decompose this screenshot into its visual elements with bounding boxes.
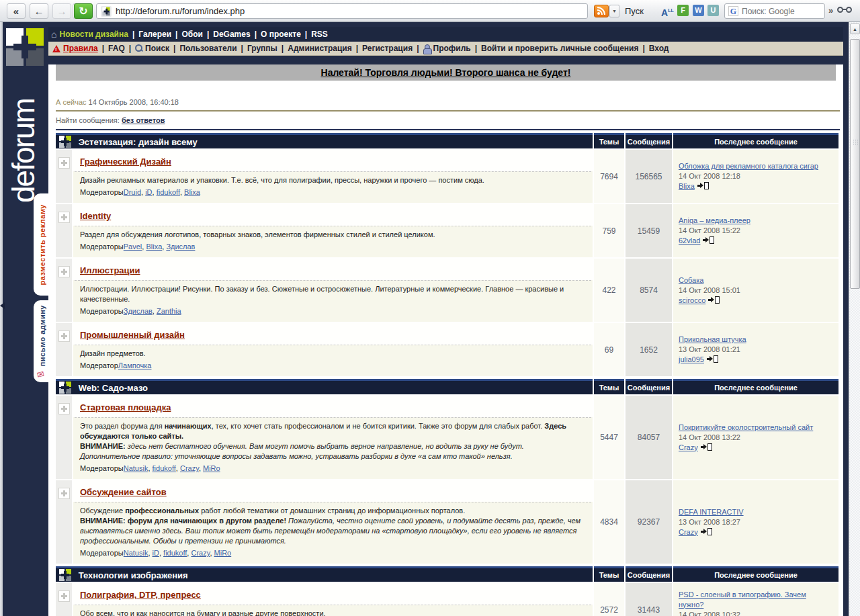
forum-link[interactable]: Стартовая площадка <box>80 402 171 412</box>
nav-item-6[interactable]: RSS <box>311 30 328 39</box>
moderator-link[interactable]: MiRo <box>214 549 232 557</box>
moderator-link[interactable]: Лампочка <box>118 361 152 369</box>
banner-link[interactable]: Налетай! Торговля людьми! Второго шанса … <box>321 67 571 78</box>
last-post-link[interactable]: Обложка для рекламного каталога сигар <box>679 162 818 170</box>
bookmark-f-icon[interactable]: F <box>677 5 689 16</box>
column-header-topics: Темы <box>594 133 624 148</box>
moderator-link[interactable]: fidukoff <box>153 464 176 472</box>
goto-last-post-icon[interactable] <box>697 182 709 189</box>
start-button[interactable]: Пуск <box>625 6 644 16</box>
nav-item-1[interactable]: Новости дизайна <box>59 30 128 39</box>
moderator-link[interactable]: Pavel <box>124 243 142 251</box>
last-post-link[interactable]: DEFA INTERACTIV <box>679 508 744 516</box>
refresh-button[interactable]: ↻ <box>74 3 93 19</box>
search-box[interactable]: G <box>724 3 825 19</box>
moderator-link[interactable]: Blixa <box>146 243 162 251</box>
forum-link[interactable]: Identity <box>80 211 111 221</box>
scrollbar-thumb[interactable] <box>850 39 860 289</box>
current-datetime: 14 Октябрь 2008, 16:40:18 <box>89 98 179 106</box>
menu-item-2[interactable]: FAQ <box>108 44 125 53</box>
last-post-user[interactable]: julia095 <box>679 355 704 363</box>
column-header-posts: Сообщения <box>626 379 672 394</box>
moderator-link[interactable]: iD <box>153 549 159 557</box>
unanswered-link[interactable]: без ответов <box>122 116 165 124</box>
forum-link[interactable]: Графический Дизайн <box>80 157 171 167</box>
back-all-button[interactable]: « <box>7 3 26 19</box>
url-input[interactable] <box>116 6 519 16</box>
moderator-link[interactable]: Blixa <box>184 188 200 196</box>
topics-count: 69 <box>594 323 624 376</box>
moderator-link[interactable]: Crazy <box>180 464 199 472</box>
moderator-link[interactable]: Natusik <box>124 549 148 557</box>
tab-mail-admin[interactable]: письмо админу ✉ <box>34 300 50 382</box>
moderator-link[interactable]: MiRo <box>203 464 220 472</box>
search-input[interactable] <box>742 7 816 16</box>
last-post-user[interactable]: Crazy <box>679 528 698 536</box>
rss-icon[interactable] <box>594 5 609 17</box>
goto-last-post-icon[interactable] <box>707 355 718 363</box>
last-post-link[interactable]: Прикольная штучка <box>679 335 746 343</box>
last-post-link[interactable]: Собака <box>679 276 703 284</box>
goto-last-post-icon[interactable] <box>701 528 712 535</box>
menu-item-9[interactable]: Войти и проверить личные сообщения <box>481 44 638 53</box>
moderator-link[interactable]: fidukoff <box>157 188 180 196</box>
separator: | <box>475 44 477 53</box>
tab-place-ads-label: разместить рекламу <box>38 204 46 285</box>
address-bar[interactable] <box>96 3 588 19</box>
tab-place-ads[interactable]: разместить рекламу <box>34 193 50 296</box>
forum-link[interactable]: Полиграфия, DTP, препресс <box>80 590 201 600</box>
goto-last-post-icon[interactable] <box>703 236 714 244</box>
posts-count: 92367 <box>626 480 672 564</box>
menu-item-6[interactable]: Администрация <box>288 44 351 53</box>
rss-dropdown-arrow[interactable]: ▼ <box>609 5 619 17</box>
last-post-link[interactable]: PSD - слоеный в типографию. Зачем нужно? <box>679 590 806 609</box>
last-post-link[interactable]: Aniqa – медиа-плеер <box>679 216 750 224</box>
moderator-link[interactable]: Natusik <box>124 464 148 472</box>
translate-icon[interactable]: ALL <box>661 5 673 16</box>
forward-button[interactable]: → <box>52 3 71 19</box>
nav-item-4[interactable]: DeGames <box>213 30 250 39</box>
menu-item-7[interactable]: Регистрация <box>362 44 413 53</box>
moderator-link[interactable]: fidukoff <box>163 549 187 557</box>
moderator-link[interactable]: Здислав <box>124 307 153 315</box>
moderator-link[interactable]: Здислав <box>166 243 195 251</box>
last-post-user[interactable]: 62vlad <box>679 236 700 245</box>
goto-last-post-icon[interactable] <box>701 443 712 451</box>
nav-item-2[interactable]: Галереи <box>138 30 171 39</box>
last-post-user[interactable]: Blixa <box>679 182 695 190</box>
warning-icon <box>52 45 60 52</box>
vertical-scrollbar[interactable]: ▲ <box>849 22 860 616</box>
menu-item-4[interactable]: Пользователи <box>179 44 236 53</box>
last-post-user[interactable]: Crazy <box>679 443 698 451</box>
moderator-link[interactable]: Crazy <box>191 549 210 557</box>
scrollbar-up-arrow[interactable]: ▲ <box>850 24 860 34</box>
panel-collapse-arrow-icon[interactable] <box>0 302 5 309</box>
nav-item-5[interactable]: О проекте <box>261 30 301 39</box>
back-button[interactable]: ← <box>30 3 48 19</box>
menu-item-5[interactable]: Группы <box>247 44 277 53</box>
moderators-label: Модераторы <box>80 307 124 315</box>
forum-moderators: МодераторыNatusik, fidukoff, Crazy, MiRo <box>80 464 586 474</box>
moderator-link[interactable]: Zanthia <box>157 307 181 315</box>
menu-item-10[interactable]: Вход <box>649 44 669 53</box>
moderator-link[interactable]: iD <box>145 188 152 196</box>
last-post-user[interactable]: scirocco <box>679 296 705 304</box>
bookmark-w-icon[interactable]: W <box>693 5 704 16</box>
menu-item-8[interactable]: Профиль <box>433 44 471 53</box>
last-post-link[interactable]: Покритикуйте околостроительный сайт <box>679 423 813 431</box>
forum-link[interactable]: Промышленный дизайн <box>80 330 185 340</box>
menu-item-1[interactable]: Правила <box>63 44 98 53</box>
column-header-last: Последнее сообщение <box>673 133 838 148</box>
forum-link[interactable]: Обсуждение сайтов <box>80 487 167 497</box>
toolbar-overflow-chevron[interactable]: » <box>828 5 833 15</box>
menu-item-3[interactable]: Поиск <box>145 44 169 53</box>
goto-last-post-icon[interactable] <box>708 296 720 304</box>
moderator-link[interactable]: Druid <box>124 188 141 196</box>
nav-item-3[interactable]: Обои <box>181 30 202 39</box>
column-header-posts: Сообщения <box>626 566 672 582</box>
bookmark-u-icon[interactable]: U <box>707 5 719 16</box>
forum-link[interactable]: Иллюстрации <box>80 265 140 275</box>
forum-icon <box>58 488 70 499</box>
last-post-date: 14 Окт 2008 12:18 <box>679 171 833 181</box>
glasses-icon[interactable] <box>837 7 855 15</box>
